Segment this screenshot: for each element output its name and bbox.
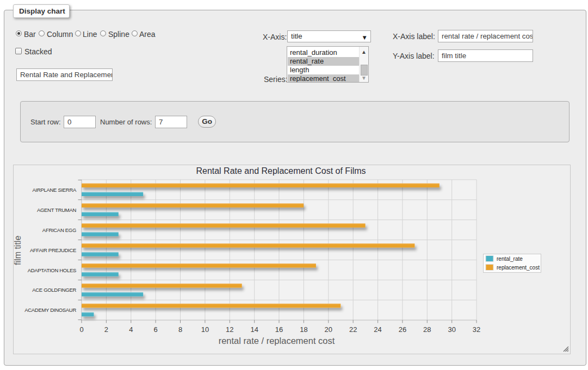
svg-text:rental rate / replacement cost: rental rate / replacement cost xyxy=(219,336,335,346)
svg-text:10: 10 xyxy=(201,325,209,334)
svg-text:22: 22 xyxy=(349,325,357,334)
svg-text:film title: film title xyxy=(14,236,23,265)
svg-text:32: 32 xyxy=(473,325,480,334)
svg-text:Rental Rate and Replacement Co: Rental Rate and Replacement Cost of Film… xyxy=(196,166,366,175)
svg-text:rental_rate: rental_rate xyxy=(497,256,523,262)
svg-text:ADAPTATION HOLES: ADAPTATION HOLES xyxy=(28,267,76,273)
svg-text:replacement_cost: replacement_cost xyxy=(497,265,540,271)
svg-text:0: 0 xyxy=(79,325,83,334)
svg-text:AGENT TRUMAN: AGENT TRUMAN xyxy=(37,207,76,213)
svg-text:ACE GOLDFINGER: ACE GOLDFINGER xyxy=(32,287,76,293)
svg-text:24: 24 xyxy=(374,325,381,334)
svg-text:6: 6 xyxy=(153,325,157,334)
svg-text:AFFAIR PREJUDICE: AFFAIR PREJUDICE xyxy=(30,247,76,253)
svg-text:26: 26 xyxy=(399,325,406,334)
svg-text:8: 8 xyxy=(178,325,182,334)
svg-text:2: 2 xyxy=(104,325,108,334)
svg-text:12: 12 xyxy=(226,325,233,334)
svg-text:30: 30 xyxy=(448,325,455,334)
svg-text:14: 14 xyxy=(250,325,258,334)
svg-text:16: 16 xyxy=(275,325,283,334)
svg-text:AIRPLANE SIERRA: AIRPLANE SIERRA xyxy=(33,187,77,193)
svg-text:ACADEMY DINOSAUR: ACADEMY DINOSAUR xyxy=(24,307,76,313)
svg-text:AFRICAN EGG: AFRICAN EGG xyxy=(42,227,76,233)
svg-text:28: 28 xyxy=(423,325,431,334)
svg-text:20: 20 xyxy=(325,325,332,334)
svg-text:18: 18 xyxy=(300,325,307,334)
svg-text:4: 4 xyxy=(129,325,133,334)
